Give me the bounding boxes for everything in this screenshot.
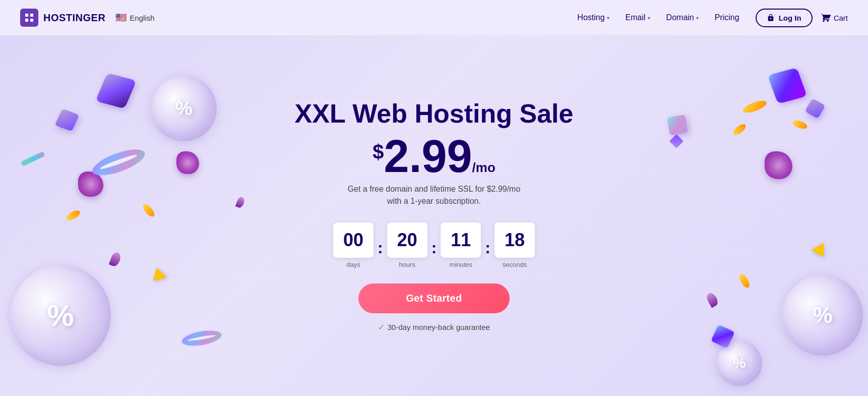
cube-purple-left-2 — [58, 111, 76, 129]
countdown-days: 00 days — [333, 222, 374, 268]
hero-title: XXL Web Hosting Sale — [295, 99, 574, 128]
nav-domain[interactable]: Domain ▾ — [666, 13, 699, 22]
flag-icon: 🇺🇸 — [115, 12, 127, 23]
chevron-down-icon: ▾ — [696, 15, 699, 21]
days-label: days — [346, 261, 360, 268]
lang-label: English — [130, 14, 154, 22]
cube-purple-left-1 — [101, 76, 131, 106]
hero-content: XXL Web Hosting Sale $2.99/mo Get a free… — [295, 99, 574, 331]
chevron-down-icon: ▾ — [607, 15, 609, 21]
cube-right-2 — [714, 327, 732, 346]
hero-subtitle: Get a free domain and lifetime SSL for $… — [295, 183, 574, 207]
countdown-hours: 20 hours — [387, 222, 427, 268]
hours-label: hours — [399, 261, 415, 268]
minutes-label: minutes — [450, 261, 473, 268]
countdown-seconds: 18 seconds — [494, 222, 535, 268]
price-period: /mo — [472, 160, 495, 175]
navbar-left: HOSTINGER 🇺🇸 English — [20, 9, 155, 27]
gold-disc-right — [742, 101, 767, 112]
countdown-timer: 00 days : 20 hours : 11 minutes : 18 sec… — [295, 222, 574, 268]
logo[interactable]: HOSTINGER — [20, 9, 105, 27]
ring-left-2 — [181, 330, 222, 346]
triangle-right — [814, 242, 828, 254]
navbar: HOSTINGER 🇺🇸 English Hosting ▾ Email ▾ D… — [0, 0, 868, 35]
cube-right-small — [808, 101, 823, 116]
petal-gold-1 — [66, 212, 81, 219]
countdown-minutes: 11 minutes — [441, 222, 481, 268]
cube-right-1 — [772, 71, 802, 101]
logo-icon — [20, 9, 38, 27]
get-started-button[interactable]: Get Started — [358, 284, 510, 313]
price-value: 2.99 — [384, 131, 472, 182]
days-value: 00 — [333, 222, 374, 258]
petal-gold-right-2 — [792, 121, 808, 128]
rose-left-2 — [176, 151, 199, 174]
leaf-petal-left — [111, 252, 120, 266]
minutes-value: 11 — [441, 222, 481, 258]
countdown-sep-1: : — [374, 239, 387, 257]
hero-price: $2.99/mo — [295, 134, 574, 179]
seconds-label: seconds — [503, 261, 527, 268]
lock-icon — [767, 14, 775, 22]
petal-gold-2 — [141, 207, 156, 214]
petal-gold-right-1 — [732, 126, 747, 133]
rose-right-1 — [765, 151, 792, 179]
cart-icon — [821, 13, 831, 23]
orb-percent-right-small: % — [717, 341, 762, 386]
nav-pricing[interactable]: Pricing — [715, 13, 739, 22]
seconds-value: 18 — [494, 222, 535, 258]
login-button[interactable]: Log In — [756, 9, 813, 27]
ring-left-1 — [91, 151, 146, 173]
check-icon: ✓ — [378, 322, 385, 332]
hero-section: % % % % — [0, 35, 868, 396]
countdown-sep-3: : — [481, 239, 494, 257]
orb-percent-mid-left: % — [151, 76, 217, 141]
nav-email[interactable]: Email ▾ — [626, 13, 650, 22]
price-symbol: $ — [373, 142, 384, 162]
cart-button[interactable]: Cart — [821, 13, 848, 23]
leaf-small-left — [237, 197, 244, 208]
cube-right-3 — [668, 116, 687, 134]
nav-actions: Log In Cart — [756, 9, 848, 27]
language-selector[interactable]: 🇺🇸 English — [115, 12, 154, 23]
guarantee-text: ✓ 30-day money-back guarantee — [295, 322, 574, 332]
petal-gold-right-3 — [737, 277, 752, 285]
chevron-down-icon: ▾ — [648, 15, 650, 21]
orb-percent-large-left: % — [10, 265, 111, 366]
orb-percent-right-1: % — [782, 275, 863, 356]
countdown-sep-2: : — [427, 239, 441, 257]
blue-bar-left — [20, 156, 45, 161]
diamond-right — [671, 136, 681, 146]
leaf-petal-right — [708, 293, 717, 307]
navbar-right: Hosting ▾ Email ▾ Domain ▾ Pricing Log I… — [577, 9, 848, 27]
logo-text: HOSTINGER — [43, 12, 105, 24]
nav-hosting[interactable]: Hosting ▾ — [577, 13, 609, 22]
hours-value: 20 — [387, 222, 427, 258]
hostinger-logo-svg — [23, 12, 35, 24]
triangle-left — [151, 267, 165, 279]
